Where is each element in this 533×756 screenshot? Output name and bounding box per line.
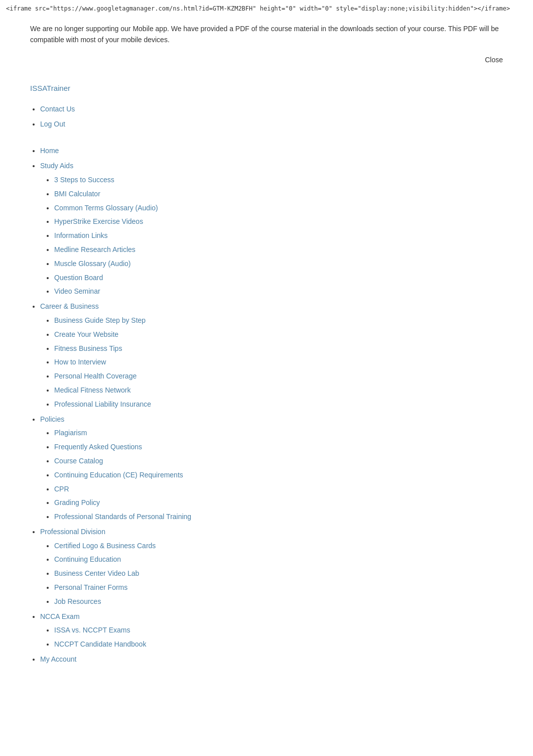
nav-link-my-account[interactable]: My Account <box>40 655 76 663</box>
nav-subitem: Course Catalog <box>54 455 503 467</box>
close-row: Close <box>0 54 533 74</box>
nav-sublink-personal-health-coverage[interactable]: Personal Health Coverage <box>54 372 137 380</box>
nav-subitem: HyperStrike Exercise Videos <box>54 216 503 228</box>
nav-sublink-professional-liability-insurance[interactable]: Professional Liability Insurance <box>54 400 151 408</box>
nav-sublink-hyperstrike-exercise-videos[interactable]: HyperStrike Exercise Videos <box>54 217 143 225</box>
nav-subitem: Medical Fitness Network <box>54 385 503 397</box>
nav-link-home[interactable]: Home <box>40 147 59 155</box>
nav-sublink-bmi-calculator[interactable]: BMI Calculator <box>54 190 100 198</box>
nav-sublink-create-your-website[interactable]: Create Your Website <box>54 330 118 338</box>
top-link-item: Log Out <box>40 118 503 131</box>
nav-item: Career & BusinessBusiness Guide Step by … <box>40 301 503 410</box>
nav-subitem: Plagiarism <box>54 427 503 439</box>
nav-sublink-personal-trainer-forms[interactable]: Personal Trainer Forms <box>54 583 127 591</box>
nav-subitem: BMI Calculator <box>54 188 503 200</box>
main-nav: Contact UsLog Out HomeStudy Aids3 Steps … <box>30 103 503 666</box>
nav-sublink-continuing-education-ce-requirements[interactable]: Continuing Education (CE) Requirements <box>54 471 183 479</box>
nav-sublink-certified-logo-business-cards[interactable]: Certified Logo & Business Cards <box>54 542 156 550</box>
nav-sublink-business-center-video-lab[interactable]: Business Center Video Lab <box>54 569 139 577</box>
nav-sublink-job-resources[interactable]: Job Resources <box>54 597 101 605</box>
nav-submenu: Certified Logo & Business CardsContinuin… <box>40 540 503 608</box>
nav-subitem: Certified Logo & Business Cards <box>54 540 503 552</box>
nav-sublink-how-to-interview[interactable]: How to Interview <box>54 358 106 366</box>
nav-sublink-fitness-business-tips[interactable]: Fitness Business Tips <box>54 344 122 352</box>
nav-item: Study Aids3 Steps to SuccessBMI Calculat… <box>40 160 503 298</box>
nav-submenu: PlagiarismFrequently Asked QuestionsCour… <box>40 427 503 523</box>
nav-sublink-question-board[interactable]: Question Board <box>54 274 103 282</box>
nav-subitem: Medline Research Articles <box>54 244 503 256</box>
nav-sublink-cpr[interactable]: CPR <box>54 485 69 493</box>
nav-submenu: Business Guide Step by StepCreate Your W… <box>40 315 503 411</box>
nav-link-policies[interactable]: Policies <box>40 415 64 423</box>
nav-sublink-3-steps-to-success[interactable]: 3 Steps to Success <box>54 176 114 184</box>
nav-sublink-common-terms-glossary-audio-[interactable]: Common Terms Glossary (Audio) <box>54 204 158 212</box>
top-link-item: Contact Us <box>40 103 503 115</box>
nav-item: PoliciesPlagiarismFrequently Asked Quest… <box>40 414 503 523</box>
nav-list: HomeStudy Aids3 Steps to SuccessBMI Calc… <box>30 145 503 665</box>
nav-sublink-grading-policy[interactable]: Grading Policy <box>54 498 100 507</box>
nav-subitem: Professional Standards of Personal Train… <box>54 511 503 523</box>
iframe-notice: <iframe src="https://www.googletagmanage… <box>0 0 533 15</box>
nav-subitem: Personal Health Coverage <box>54 370 503 383</box>
nav-subitem: How to Interview <box>54 356 503 368</box>
nav-item: NCCA ExamISSA vs. NCCPT ExamsNCCPT Candi… <box>40 611 503 651</box>
nav-subitem: NCCPT Candidate Handbook <box>54 639 503 651</box>
top-link-contact-us[interactable]: Contact Us <box>40 105 75 113</box>
nav-sublink-information-links[interactable]: Information Links <box>54 231 108 239</box>
nav-submenu: 3 Steps to SuccessBMI CalculatorCommon T… <box>40 174 503 298</box>
nav-submenu: ISSA vs. NCCPT ExamsNCCPT Candidate Hand… <box>40 624 503 651</box>
nav-subitem: Information Links <box>54 230 503 242</box>
nav-subitem: Continuing Education <box>54 554 503 566</box>
notice-bar: We are no longer supporting our Mobile a… <box>0 15 533 54</box>
nav-subitem: Continuing Education (CE) Requirements <box>54 469 503 481</box>
nav-subitem: Frequently Asked Questions <box>54 441 503 453</box>
nav-link-ncca-exam[interactable]: NCCA Exam <box>40 612 80 620</box>
nav-subitem: Common Terms Glossary (Audio) <box>54 202 503 214</box>
main-content: ISSATrainer Contact UsLog Out HomeStudy … <box>0 74 533 679</box>
nav-sublink-medical-fitness-network[interactable]: Medical Fitness Network <box>54 386 131 394</box>
nav-sublink-muscle-glossary-audio-[interactable]: Muscle Glossary (Audio) <box>54 260 131 268</box>
nav-subitem: Business Center Video Lab <box>54 568 503 580</box>
top-link-log-out[interactable]: Log Out <box>40 120 65 128</box>
nav-item: Home <box>40 145 503 157</box>
nav-sublink-plagiarism[interactable]: Plagiarism <box>54 429 87 437</box>
nav-subitem: Professional Liability Insurance <box>54 399 503 411</box>
nav-subitem: Muscle Glossary (Audio) <box>54 258 503 270</box>
nav-sublink-medline-research-articles[interactable]: Medline Research Articles <box>54 245 136 254</box>
nav-link-career-business[interactable]: Career & Business <box>40 302 99 310</box>
nav-sublink-issa-vs.-nccpt-exams[interactable]: ISSA vs. NCCPT Exams <box>54 626 130 634</box>
nav-subitem: Personal Trainer Forms <box>54 582 503 594</box>
nav-sublink-business-guide-step-by-step[interactable]: Business Guide Step by Step <box>54 316 146 324</box>
nav-sublink-continuing-education[interactable]: Continuing Education <box>54 555 121 563</box>
nav-item: My Account <box>40 654 503 666</box>
nav-sublink-nccpt-candidate-handbook[interactable]: NCCPT Candidate Handbook <box>54 640 146 648</box>
brand-link[interactable]: ISSATrainer <box>30 84 70 92</box>
nav-item: Professional DivisionCertified Logo & Bu… <box>40 526 503 608</box>
nav-subitem: Business Guide Step by Step <box>54 315 503 327</box>
nav-sublink-course-catalog[interactable]: Course Catalog <box>54 457 103 465</box>
nav-link-professional-division[interactable]: Professional Division <box>40 528 105 536</box>
nav-subitem: 3 Steps to Success <box>54 174 503 186</box>
top-links: Contact UsLog Out <box>30 103 503 131</box>
nav-sublink-professional-standards-of-personal-training[interactable]: Professional Standards of Personal Train… <box>54 513 191 521</box>
nav-subitem: ISSA vs. NCCPT Exams <box>54 624 503 637</box>
nav-subitem: Job Resources <box>54 596 503 608</box>
nav-subitem: CPR <box>54 483 503 495</box>
nav-sublink-frequently-asked-questions[interactable]: Frequently Asked Questions <box>54 443 142 451</box>
nav-subitem: Fitness Business Tips <box>54 343 503 355</box>
nav-subitem: Video Seminar <box>54 286 503 298</box>
nav-link-study-aids[interactable]: Study Aids <box>40 162 73 170</box>
close-button[interactable]: Close <box>485 56 503 64</box>
nav-subitem: Question Board <box>54 272 503 284</box>
nav-subitem: Create Your Website <box>54 329 503 341</box>
nav-subitem: Grading Policy <box>54 497 503 509</box>
nav-sublink-video-seminar[interactable]: Video Seminar <box>54 287 100 295</box>
